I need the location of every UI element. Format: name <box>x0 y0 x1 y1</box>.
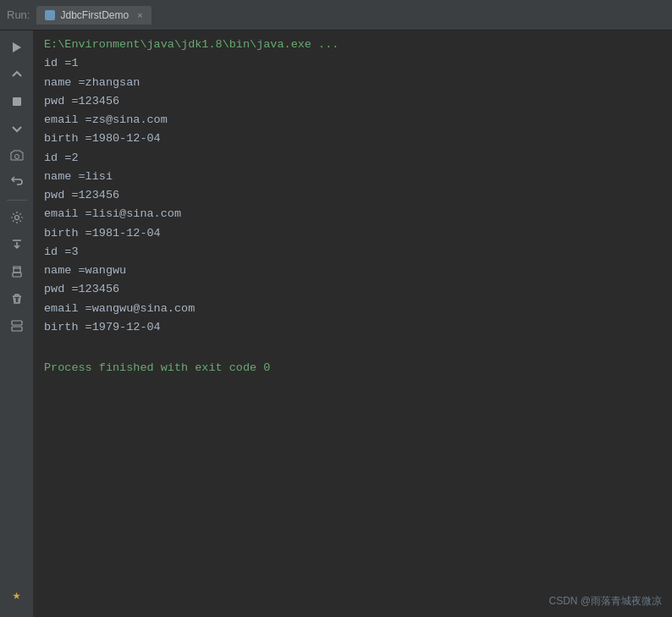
import-button[interactable] <box>5 233 29 256</box>
wrap-button[interactable] <box>5 171 29 195</box>
svg-point-2 <box>14 155 19 159</box>
screenshot-button[interactable] <box>5 144 29 168</box>
console-output-line: id =1 <box>34 54 672 73</box>
svg-rect-6 <box>12 321 22 325</box>
svg-rect-5 <box>14 268 20 273</box>
svg-rect-7 <box>12 327 22 331</box>
console-output-line: email =wangwu@sina.com <box>34 300 672 318</box>
print-button[interactable] <box>5 260 29 284</box>
run-label: Run: <box>7 8 30 21</box>
watermark: CSDN @雨落青城夜微凉 <box>548 594 662 609</box>
console-output-line: name =zhangsan <box>34 74 672 92</box>
run-tab[interactable]: JdbcFirstDemo × <box>36 6 151 25</box>
console-output-line: birth =1981-12-04 <box>34 224 672 243</box>
console-output-line: pwd =123456 <box>34 280 672 299</box>
scroll-down-button[interactable] <box>5 117 29 140</box>
console-output-line: email =zs@sina.com <box>34 111 672 129</box>
console-output-line: pwd =123456 <box>34 92 672 111</box>
console-output-line: email =lisi@sina.com <box>34 205 672 223</box>
tab-title: JdbcFirstDemo <box>60 9 129 21</box>
console-output-line: birth =1980-12-04 <box>34 129 672 148</box>
path-text: E:\Environment\java\jdk1.8\bin\java.exe … <box>44 36 339 53</box>
tab-close-button[interactable]: × <box>137 10 142 20</box>
svg-rect-4 <box>13 273 21 277</box>
pin-button[interactable]: ★ <box>5 583 29 607</box>
layout-button[interactable] <box>5 314 29 338</box>
console-path-line: E:\Environment\java\jdk1.8\bin\java.exe … <box>34 36 672 54</box>
empty-line-1 <box>34 337 672 350</box>
delete-button[interactable] <box>5 287 29 311</box>
top-bar: Run: JdbcFirstDemo × <box>0 0 672 30</box>
console-output-line: id =2 <box>34 149 672 168</box>
sidebar-divider-1 <box>7 200 27 201</box>
settings-button[interactable] <box>5 206 29 229</box>
play-button[interactable] <box>5 36 29 59</box>
output-lines: id =1name =zhangsanpwd =123456email =zs@… <box>34 54 672 337</box>
console-output-line: birth =1979-12-04 <box>34 318 672 337</box>
svg-marker-0 <box>13 42 21 52</box>
svg-rect-1 <box>13 97 21 106</box>
console-output-line: pwd =123456 <box>34 186 672 205</box>
svg-point-3 <box>14 216 19 220</box>
sidebar: ★ <box>0 30 34 617</box>
main-layout: ★ E:\Environment\java\jdk1.8\bin\java.ex… <box>0 30 672 617</box>
console-output-line: name =lisi <box>34 168 672 186</box>
process-line: Process finished with exit code 0 <box>34 359 672 377</box>
console-output-line: id =3 <box>34 243 672 262</box>
process-text: Process finished with exit code 0 <box>44 360 270 377</box>
console-area[interactable]: E:\Environment\java\jdk1.8\bin\java.exe … <box>34 30 672 617</box>
stop-button[interactable] <box>5 90 29 113</box>
tab-icon <box>45 10 55 20</box>
scroll-up-button[interactable] <box>5 63 29 86</box>
console-output-line: name =wangwu <box>34 262 672 280</box>
